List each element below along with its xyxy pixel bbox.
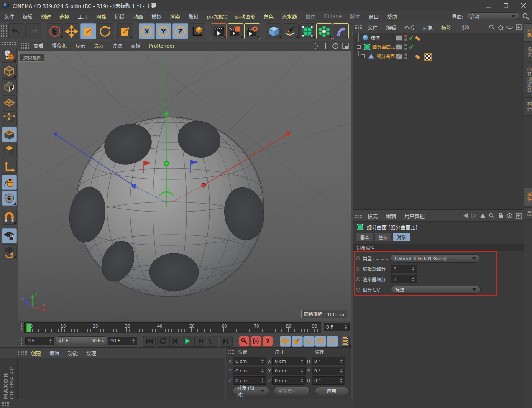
- menu-file[interactable]: 文件: [0, 13, 18, 20]
- close-button[interactable]: [514, 0, 532, 11]
- om-menu-view[interactable]: 查看: [400, 24, 419, 31]
- search-icon[interactable]: [489, 24, 495, 30]
- edges-mode-button[interactable]: [2, 127, 17, 142]
- tab-content-browser[interactable]: 内容浏览器: [524, 63, 532, 96]
- render-picture-viewer-button[interactable]: [228, 23, 243, 39]
- om-menu-tags[interactable]: 标签: [437, 24, 455, 31]
- polygons-mode-button[interactable]: [2, 143, 17, 158]
- anim-knob-icon[interactable]: [356, 256, 360, 260]
- z-axis-lock-button[interactable]: Z: [172, 23, 188, 39]
- toolbar-grip[interactable]: [1, 24, 8, 38]
- workplane-mode-button[interactable]: [2, 95, 17, 110]
- tab-layers[interactable]: 层: [524, 207, 532, 220]
- type-dropdown[interactable]: Catmull-Clark(N-Gons): [391, 254, 480, 263]
- menu-script[interactable]: 脚本: [346, 13, 364, 20]
- status-bar-grip[interactable]: [1, 401, 10, 407]
- add-spline-button[interactable]: [283, 23, 299, 39]
- rotate-tool-button[interactable]: [97, 23, 113, 39]
- render-visibility-dot[interactable]: [404, 57, 407, 59]
- size-x-field[interactable]: 0 cm: [272, 357, 306, 365]
- enable-snap-button[interactable]: [2, 210, 17, 225]
- editor-visibility-dot[interactable]: [404, 35, 407, 37]
- last-used-tool-button[interactable]: [117, 23, 133, 39]
- object-manager-grip[interactable]: [354, 25, 363, 30]
- tab-objects[interactable]: 对象: [524, 23, 532, 42]
- record-point-level-button[interactable]: [327, 336, 338, 347]
- viewport-canvas[interactable]: Y X Z 透视视图 网格间距 : 100 cm: [18, 51, 351, 321]
- coordinate-mode-dropdown[interactable]: 对象 (相对): [233, 387, 269, 395]
- tab-object[interactable]: 对象: [393, 233, 410, 241]
- make-editable-button[interactable]: [2, 48, 17, 63]
- layer-swatch[interactable]: [396, 44, 402, 50]
- y-axis-lock-button[interactable]: Y: [156, 23, 171, 39]
- enable-axis-button[interactable]: [2, 159, 17, 174]
- record-parameter-button[interactable]: P: [315, 336, 326, 347]
- keyframe-selection-button[interactable]: ?: [262, 336, 273, 347]
- menu-character[interactable]: 角色: [259, 13, 278, 20]
- points-mode-button[interactable]: [2, 111, 17, 126]
- attribute-manager-grip[interactable]: [354, 213, 363, 219]
- object-row-sphere[interactable]: 球体: [353, 33, 524, 42]
- y-axis-handle[interactable]: [164, 161, 169, 166]
- render-visibility-dot[interactable]: [404, 48, 407, 50]
- menu-simulate[interactable]: 模拟: [147, 13, 166, 20]
- menu-animate[interactable]: 动画: [129, 13, 147, 20]
- rot-h-field[interactable]: 0 °: [312, 357, 345, 365]
- viewport-menu-options[interactable]: 选项: [90, 42, 108, 49]
- viewport-menu-prorender[interactable]: ProRender: [145, 43, 179, 49]
- search-icon[interactable]: [522, 13, 529, 20]
- am-menu-userdata[interactable]: 用户数据: [400, 212, 429, 219]
- anim-knob-icon[interactable]: [356, 277, 360, 281]
- record-position-button[interactable]: [280, 336, 291, 347]
- timeline-ruler[interactable]: 0 10 20 30 40 50 60 70 80 90: [24, 322, 321, 333]
- transport-grip[interactable]: [19, 336, 23, 346]
- pos-y-field[interactable]: 0 cm: [233, 367, 266, 375]
- phong-tag[interactable]: [415, 35, 420, 41]
- menu-create[interactable]: 创建: [37, 13, 55, 20]
- viewport-menu-view[interactable]: 查看: [29, 42, 48, 49]
- coordinate-system-button[interactable]: [189, 23, 205, 39]
- menu-help[interactable]: 帮助: [383, 13, 401, 20]
- tab-basic[interactable]: 基本: [356, 233, 373, 241]
- object-name[interactable]: 细分曲面: [376, 53, 395, 59]
- material-menu-grip[interactable]: [18, 350, 27, 356]
- range-left-arrow-icon[interactable]: [58, 339, 61, 343]
- material-menu-edit[interactable]: 编辑: [45, 349, 64, 357]
- record-keyframe-button[interactable]: [239, 336, 250, 347]
- size-y-field[interactable]: 0 cm: [272, 367, 306, 375]
- am-menu-mode[interactable]: 模式: [363, 212, 382, 219]
- previous-frame-button[interactable]: [169, 336, 181, 347]
- enabled-check-icon[interactable]: [408, 44, 414, 49]
- forward-icon[interactable]: [471, 213, 477, 218]
- material-menu-create[interactable]: 创建: [27, 349, 45, 357]
- mode-palette-grip[interactable]: [2, 42, 16, 46]
- om-menu-file[interactable]: 文件: [363, 24, 382, 31]
- range-right-arrow-icon[interactable]: [102, 339, 104, 343]
- up-icon[interactable]: [480, 213, 486, 218]
- viewport-menu-filter[interactable]: 过滤: [108, 42, 126, 49]
- go-to-end-button[interactable]: [220, 336, 233, 347]
- menu-tools[interactable]: 工具: [74, 13, 92, 20]
- viewport-solo-button[interactable]: S: [2, 191, 17, 206]
- uvw-tag[interactable]: [424, 53, 432, 61]
- menu-mograph[interactable]: 运动图形: [231, 13, 259, 20]
- x-axis-lock-button[interactable]: X: [139, 23, 155, 39]
- texture-mode-button[interactable]: [2, 79, 17, 94]
- editor-visibility-dot[interactable]: [404, 53, 407, 56]
- coordinates-grip[interactable]: [228, 349, 234, 355]
- workplane-tool-button[interactable]: [2, 244, 17, 259]
- pan-view-icon[interactable]: [312, 43, 319, 49]
- render-settings-button[interactable]: [244, 23, 260, 39]
- phong-tag[interactable]: [415, 54, 420, 59]
- render-visibility-dot[interactable]: [404, 38, 407, 41]
- render-subdivision-field[interactable]: 1: [391, 275, 417, 283]
- expand-icon[interactable]: +: [361, 54, 365, 58]
- frame-start-field[interactable]: 0 F: [25, 337, 54, 345]
- timeline-grip[interactable]: [19, 323, 23, 333]
- object-properties-section[interactable]: 对象属性: [353, 244, 524, 251]
- lock-icon[interactable]: [498, 213, 503, 219]
- material-menu-function[interactable]: 功能: [64, 349, 82, 357]
- add-panel-icon[interactable]: [516, 213, 522, 219]
- apply-button[interactable]: 应用: [315, 387, 348, 395]
- target-icon[interactable]: [506, 213, 512, 219]
